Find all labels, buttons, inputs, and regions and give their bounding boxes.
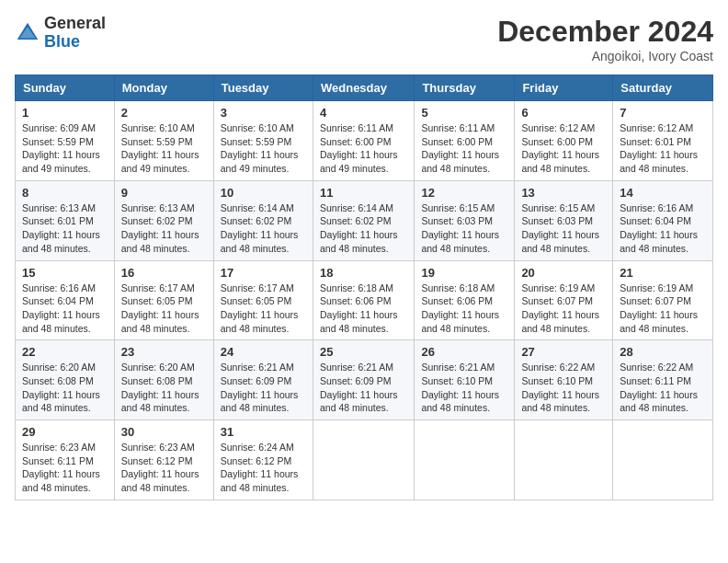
day-of-week-header: Thursday bbox=[415, 75, 515, 101]
calendar-day-cell bbox=[613, 420, 713, 500]
calendar-week-row: 8 Sunrise: 6:13 AMSunset: 6:01 PMDayligh… bbox=[16, 180, 713, 260]
calendar-week-row: 1 Sunrise: 6:09 AMSunset: 5:59 PMDayligh… bbox=[16, 101, 713, 181]
calendar-day-cell: 2 Sunrise: 6:10 AMSunset: 5:59 PMDayligh… bbox=[114, 101, 213, 181]
day-of-week-header: Sunday bbox=[16, 75, 115, 101]
calendar-day-cell: 1 Sunrise: 6:09 AMSunset: 5:59 PMDayligh… bbox=[16, 101, 115, 181]
day-content: Sunrise: 6:21 AMSunset: 6:10 PMDaylight:… bbox=[421, 361, 507, 415]
day-content: Sunrise: 6:11 AMSunset: 6:00 PMDaylight:… bbox=[320, 121, 407, 176]
day-number: 18 bbox=[320, 266, 407, 280]
calendar-day-cell: 19 Sunrise: 6:18 AMSunset: 6:06 PMDaylig… bbox=[415, 260, 515, 340]
calendar-day-cell: 8 Sunrise: 6:13 AMSunset: 6:01 PMDayligh… bbox=[16, 180, 115, 260]
calendar-day-cell: 3 Sunrise: 6:10 AMSunset: 5:59 PMDayligh… bbox=[213, 101, 313, 181]
day-number: 10 bbox=[221, 186, 306, 200]
day-content: Sunrise: 6:14 AMSunset: 6:02 PMDaylight:… bbox=[320, 201, 407, 256]
calendar-day-cell: 25 Sunrise: 6:21 AMSunset: 6:09 PMDaylig… bbox=[313, 340, 414, 420]
day-number: 20 bbox=[521, 266, 606, 280]
day-number: 21 bbox=[620, 266, 706, 280]
day-content: Sunrise: 6:24 AMSunset: 6:12 PMDaylight:… bbox=[221, 441, 306, 495]
day-number: 12 bbox=[421, 186, 507, 200]
day-number: 13 bbox=[521, 186, 606, 200]
calendar-day-cell: 14 Sunrise: 6:16 AMSunset: 6:04 PMDaylig… bbox=[613, 180, 713, 260]
calendar-day-cell: 23 Sunrise: 6:20 AMSunset: 6:08 PMDaylig… bbox=[114, 340, 213, 420]
day-number: 22 bbox=[22, 345, 108, 359]
day-content: Sunrise: 6:20 AMSunset: 6:08 PMDaylight:… bbox=[121, 361, 207, 415]
day-number: 1 bbox=[22, 106, 108, 120]
day-content: Sunrise: 6:18 AMSunset: 6:06 PMDaylight:… bbox=[320, 282, 407, 336]
day-number: 9 bbox=[121, 186, 207, 200]
day-content: Sunrise: 6:16 AMSunset: 6:04 PMDaylight:… bbox=[620, 201, 706, 256]
day-of-week-header: Friday bbox=[515, 75, 613, 101]
calendar-day-cell: 16 Sunrise: 6:17 AMSunset: 6:05 PMDaylig… bbox=[114, 260, 213, 340]
day-number: 27 bbox=[521, 345, 606, 359]
day-number: 28 bbox=[620, 345, 706, 359]
day-number: 25 bbox=[320, 345, 407, 359]
day-of-week-header: Tuesday bbox=[213, 75, 313, 101]
calendar-day-cell: 29 Sunrise: 6:23 AMSunset: 6:11 PMDaylig… bbox=[16, 420, 115, 500]
calendar-day-cell: 27 Sunrise: 6:22 AMSunset: 6:10 PMDaylig… bbox=[515, 340, 613, 420]
day-number: 16 bbox=[121, 266, 207, 280]
day-number: 11 bbox=[320, 186, 407, 200]
calendar-day-cell: 24 Sunrise: 6:21 AMSunset: 6:09 PMDaylig… bbox=[213, 340, 313, 420]
calendar-header-row: SundayMondayTuesdayWednesdayThursdayFrid… bbox=[16, 75, 713, 101]
calendar-day-cell bbox=[515, 420, 613, 500]
day-content: Sunrise: 6:14 AMSunset: 6:02 PMDaylight:… bbox=[221, 201, 306, 256]
day-content: Sunrise: 6:11 AMSunset: 6:00 PMDaylight:… bbox=[421, 121, 507, 176]
page-header: General Blue December 2024 Angoikoi, Ivo… bbox=[15, 15, 713, 63]
calendar-day-cell: 11 Sunrise: 6:14 AMSunset: 6:02 PMDaylig… bbox=[313, 180, 414, 260]
calendar-day-cell: 12 Sunrise: 6:15 AMSunset: 6:03 PMDaylig… bbox=[415, 180, 515, 260]
calendar-day-cell: 21 Sunrise: 6:19 AMSunset: 6:07 PMDaylig… bbox=[613, 260, 713, 340]
day-content: Sunrise: 6:17 AMSunset: 6:05 PMDaylight:… bbox=[121, 282, 207, 336]
day-content: Sunrise: 6:21 AMSunset: 6:09 PMDaylight:… bbox=[320, 361, 407, 415]
day-of-week-header: Wednesday bbox=[313, 75, 414, 101]
calendar-day-cell: 5 Sunrise: 6:11 AMSunset: 6:00 PMDayligh… bbox=[415, 101, 515, 181]
calendar-week-row: 29 Sunrise: 6:23 AMSunset: 6:11 PMDaylig… bbox=[16, 420, 713, 500]
day-content: Sunrise: 6:10 AMSunset: 5:59 PMDaylight:… bbox=[221, 121, 306, 176]
day-number: 31 bbox=[221, 425, 306, 439]
calendar-week-row: 15 Sunrise: 6:16 AMSunset: 6:04 PMDaylig… bbox=[16, 260, 713, 340]
day-number: 7 bbox=[620, 106, 706, 120]
calendar-day-cell: 4 Sunrise: 6:11 AMSunset: 6:00 PMDayligh… bbox=[313, 101, 414, 181]
day-content: Sunrise: 6:23 AMSunset: 6:12 PMDaylight:… bbox=[121, 441, 207, 495]
calendar-day-cell: 30 Sunrise: 6:23 AMSunset: 6:12 PMDaylig… bbox=[114, 420, 213, 500]
day-content: Sunrise: 6:23 AMSunset: 6:11 PMDaylight:… bbox=[22, 441, 108, 495]
day-content: Sunrise: 6:19 AMSunset: 6:07 PMDaylight:… bbox=[620, 282, 706, 336]
day-content: Sunrise: 6:21 AMSunset: 6:09 PMDaylight:… bbox=[221, 361, 306, 415]
day-number: 14 bbox=[620, 186, 706, 200]
calendar-day-cell: 6 Sunrise: 6:12 AMSunset: 6:00 PMDayligh… bbox=[515, 101, 613, 181]
calendar-day-cell: 10 Sunrise: 6:14 AMSunset: 6:02 PMDaylig… bbox=[213, 180, 313, 260]
day-number: 19 bbox=[421, 266, 507, 280]
day-number: 5 bbox=[421, 106, 507, 120]
day-number: 4 bbox=[320, 106, 407, 120]
day-content: Sunrise: 6:12 AMSunset: 6:00 PMDaylight:… bbox=[521, 121, 606, 176]
calendar-day-cell bbox=[415, 420, 515, 500]
day-number: 26 bbox=[421, 345, 507, 359]
calendar-day-cell: 13 Sunrise: 6:15 AMSunset: 6:03 PMDaylig… bbox=[515, 180, 613, 260]
day-content: Sunrise: 6:22 AMSunset: 6:11 PMDaylight:… bbox=[620, 361, 706, 415]
day-of-week-header: Monday bbox=[114, 75, 213, 101]
day-content: Sunrise: 6:09 AMSunset: 5:59 PMDaylight:… bbox=[22, 121, 108, 176]
calendar-day-cell: 22 Sunrise: 6:20 AMSunset: 6:08 PMDaylig… bbox=[16, 340, 115, 420]
logo-icon bbox=[15, 20, 40, 46]
day-number: 6 bbox=[521, 106, 606, 120]
day-number: 17 bbox=[221, 266, 306, 280]
logo: General Blue bbox=[15, 15, 106, 52]
month-year: December 2024 bbox=[497, 15, 713, 49]
day-content: Sunrise: 6:16 AMSunset: 6:04 PMDaylight:… bbox=[22, 282, 108, 336]
logo-text: General Blue bbox=[44, 15, 106, 52]
day-number: 30 bbox=[121, 425, 207, 439]
day-of-week-header: Saturday bbox=[613, 75, 713, 101]
day-content: Sunrise: 6:19 AMSunset: 6:07 PMDaylight:… bbox=[521, 282, 606, 336]
day-number: 23 bbox=[121, 345, 207, 359]
location: Angoikoi, Ivory Coast bbox=[497, 49, 713, 63]
day-content: Sunrise: 6:22 AMSunset: 6:10 PMDaylight:… bbox=[521, 361, 606, 415]
calendar-table: SundayMondayTuesdayWednesdayThursdayFrid… bbox=[15, 75, 713, 500]
day-content: Sunrise: 6:15 AMSunset: 6:03 PMDaylight:… bbox=[521, 201, 606, 256]
day-content: Sunrise: 6:10 AMSunset: 5:59 PMDaylight:… bbox=[121, 121, 207, 176]
day-number: 2 bbox=[121, 106, 207, 120]
day-content: Sunrise: 6:15 AMSunset: 6:03 PMDaylight:… bbox=[421, 201, 507, 256]
day-number: 29 bbox=[22, 425, 108, 439]
day-content: Sunrise: 6:12 AMSunset: 6:01 PMDaylight:… bbox=[620, 121, 706, 176]
calendar-day-cell: 17 Sunrise: 6:17 AMSunset: 6:05 PMDaylig… bbox=[213, 260, 313, 340]
title-block: December 2024 Angoikoi, Ivory Coast bbox=[497, 15, 713, 63]
day-number: 3 bbox=[221, 106, 306, 120]
